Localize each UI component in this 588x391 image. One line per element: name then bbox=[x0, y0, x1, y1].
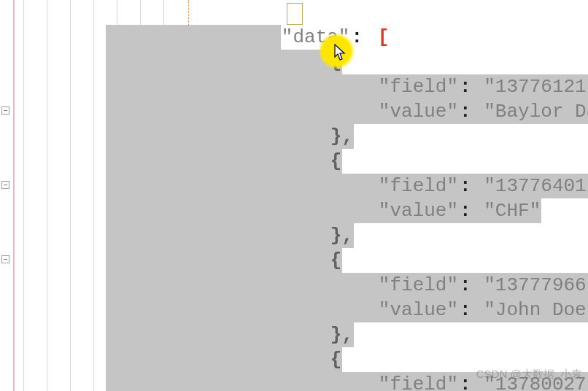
code-line[interactable]: "field": "13780027", bbox=[15, 347, 588, 372]
code-line[interactable]: { bbox=[15, 124, 588, 149]
code-line[interactable]: { bbox=[15, 223, 588, 248]
code-line[interactable]: "field": "13777966", bbox=[15, 248, 588, 273]
code-line[interactable]: }, bbox=[15, 198, 588, 223]
code-line[interactable]: "data": [ bbox=[15, 0, 588, 25]
fold-toggle-icon[interactable] bbox=[1, 107, 9, 115]
gutter bbox=[0, 0, 15, 391]
code-editor[interactable]: "data": [ { "field": "13776121", "value"… bbox=[0, 0, 588, 391]
code-line[interactable]: "value": "CHF" bbox=[15, 174, 588, 198]
code-line[interactable]: { bbox=[15, 322, 588, 347]
code-lines: "data": [ { "field": "13776121", "value"… bbox=[15, 0, 588, 391]
fold-toggle-icon[interactable] bbox=[1, 255, 9, 263]
code-line[interactable]: "value": "Baylor Dallas" bbox=[15, 74, 588, 99]
code-line[interactable]: }, bbox=[15, 99, 588, 124]
fold-toggle-icon[interactable] bbox=[1, 181, 9, 189]
code-line[interactable]: "value": "9999" bbox=[15, 372, 588, 391]
code-line[interactable]: "value": "John Doe" bbox=[15, 273, 588, 298]
code-area[interactable]: "data": [ { "field": "13776121", "value"… bbox=[15, 0, 588, 391]
code-line[interactable]: "field": "13776401", bbox=[15, 149, 588, 174]
code-line[interactable]: { bbox=[15, 25, 588, 50]
code-line[interactable]: "field": "13776121", bbox=[15, 50, 588, 74]
code-line[interactable]: }, bbox=[15, 298, 588, 322]
